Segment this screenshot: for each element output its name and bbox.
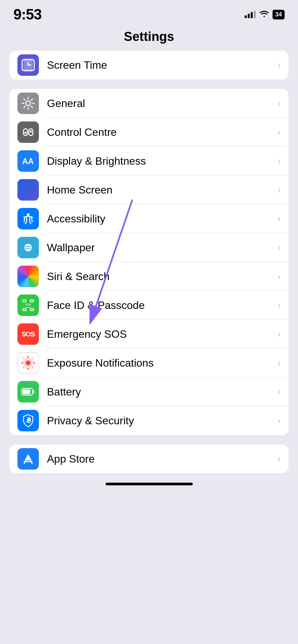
face-id-icon [17, 294, 39, 316]
status-icons: 34 [245, 10, 285, 19]
chevron-icon: › [278, 213, 281, 224]
app-store-label: App Store [47, 453, 278, 465]
battery-label: Battery [47, 386, 278, 398]
svg-rect-18 [30, 309, 34, 311]
svg-rect-17 [23, 309, 26, 311]
exposure-label: Exposure Notifications [47, 357, 278, 369]
settings-item-home-screen[interactable]: Home Screen › [9, 175, 289, 204]
chevron-icon: › [278, 453, 281, 464]
svg-point-26 [27, 368, 29, 370]
settings-item-privacy[interactable]: Privacy & Security › [9, 406, 289, 435]
settings-item-emergency-sos[interactable]: SOS Emergency SOS › [9, 320, 289, 348]
svg-point-28 [34, 362, 35, 364]
svg-point-27 [21, 362, 23, 364]
general-icon [17, 93, 39, 114]
svg-point-9 [30, 130, 32, 132]
svg-rect-34 [33, 390, 34, 393]
settings-item-control-centre[interactable]: Control Centre › [9, 118, 289, 147]
wallpaper-label: Wallpaper [47, 241, 278, 254]
chevron-icon: › [278, 60, 281, 70]
status-bar: 9:53 34 [0, 0, 298, 26]
svg-point-19 [25, 304, 27, 305]
emergency-sos-icon: SOS [17, 323, 39, 345]
emergency-sos-label: Emergency SOS [47, 328, 278, 340]
screen-time-section: Screen Time › [9, 51, 289, 79]
settings-item-app-store[interactable]: App Store › [9, 444, 289, 473]
control-centre-label: Control Centre [47, 126, 278, 139]
page-title: Settings [0, 30, 298, 44]
status-time: 9:53 [13, 6, 42, 23]
home-screen-icon [17, 179, 39, 201]
screen-time-label: Screen Time [47, 59, 278, 71]
battery-indicator: 34 [273, 10, 285, 19]
settings-item-exposure[interactable]: Exposure Notifications › [9, 348, 289, 377]
settings-item-general[interactable]: General › [9, 89, 289, 118]
main-settings-section: General › Control Centre › AA Display & … [9, 89, 289, 435]
siri-icon [17, 266, 39, 287]
chevron-icon: › [278, 98, 281, 109]
privacy-label: Privacy & Security [47, 415, 278, 427]
svg-rect-35 [23, 389, 30, 394]
display-brightness-icon: AA [17, 150, 39, 172]
settings-item-siri-search[interactable]: Siri & Search › [9, 262, 289, 291]
chevron-icon: › [278, 242, 281, 253]
page-header: Settings [0, 26, 298, 51]
settings-item-wallpaper[interactable]: Wallpaper › [9, 233, 289, 262]
svg-point-4 [27, 64, 29, 66]
app-store-icon [17, 448, 39, 470]
chevron-icon: › [278, 358, 281, 368]
svg-point-7 [24, 132, 26, 134]
settings-item-accessibility[interactable]: Accessibility › [9, 204, 289, 233]
svg-point-32 [32, 367, 34, 368]
control-centre-icon [17, 121, 39, 143]
settings-item-face-id[interactable]: Face ID & Passcode › [9, 291, 289, 320]
svg-point-30 [32, 358, 34, 359]
exposure-icon [17, 352, 39, 374]
chevron-icon: › [278, 156, 281, 166]
svg-point-5 [26, 101, 31, 106]
chevron-icon: › [278, 386, 281, 397]
chevron-icon: › [278, 300, 281, 311]
screen-time-icon [17, 54, 39, 76]
svg-point-29 [23, 358, 24, 359]
settings-item-display-brightness[interactable]: AA Display & Brightness › [9, 147, 289, 175]
siri-search-label: Siri & Search [47, 270, 278, 283]
face-id-label: Face ID & Passcode [47, 299, 278, 312]
general-label: General [47, 97, 278, 110]
home-indicator [106, 483, 193, 485]
settings-item-battery[interactable]: Battery › [9, 377, 289, 406]
display-brightness-label: Display & Brightness [47, 155, 278, 167]
bottom-settings-section: App Store › [9, 444, 289, 473]
chevron-icon: › [278, 184, 281, 195]
chevron-icon: › [278, 415, 281, 426]
accessibility-label: Accessibility [47, 213, 278, 225]
svg-point-22 [27, 362, 29, 364]
signal-icon [245, 11, 256, 18]
svg-rect-15 [23, 300, 26, 302]
settings-item-screen-time[interactable]: Screen Time › [9, 51, 289, 79]
home-screen-label: Home Screen [47, 184, 278, 196]
svg-point-20 [29, 304, 31, 305]
privacy-icon [17, 410, 39, 431]
svg-point-31 [23, 367, 24, 368]
svg-point-25 [27, 356, 29, 358]
svg-point-11 [27, 213, 29, 216]
svg-rect-16 [30, 300, 34, 302]
chevron-icon: › [278, 127, 281, 138]
battery-icon [17, 381, 39, 402]
chevron-icon: › [278, 329, 281, 339]
wifi-icon [259, 10, 269, 19]
chevron-icon: › [278, 271, 281, 282]
svg-text:AA: AA [22, 157, 34, 166]
wallpaper-icon [17, 237, 39, 258]
accessibility-icon [17, 208, 39, 229]
